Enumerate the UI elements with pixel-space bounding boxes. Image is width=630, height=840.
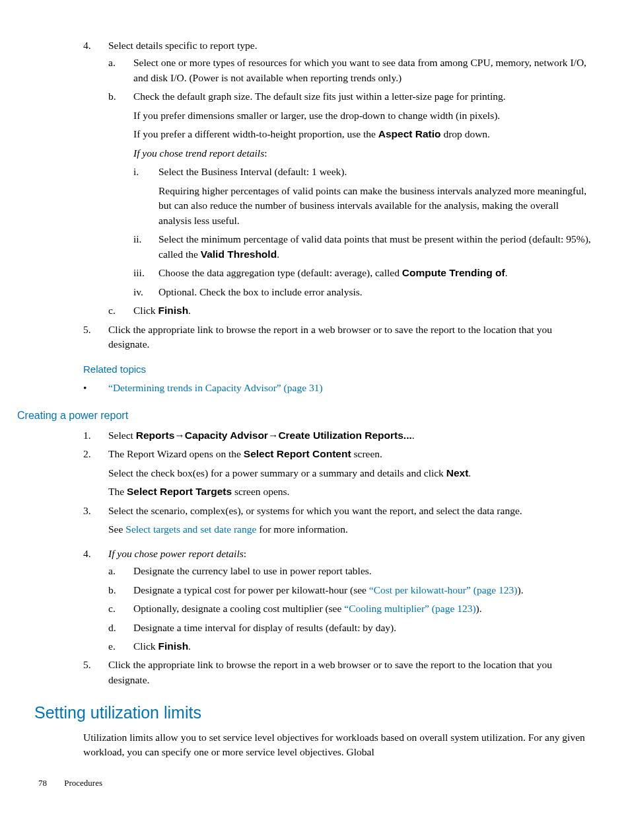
step-4-marker: 4. <box>83 38 91 53</box>
power-4a-marker: a. <box>108 564 116 578</box>
trend-details-list: i. Select the Business Interval (default… <box>133 165 592 299</box>
reports-menu: Reports <box>136 430 175 441</box>
footer-section: Procedures <box>64 778 102 788</box>
power-step-4-marker: 4. <box>83 547 91 561</box>
power-step-1-marker: 1. <box>83 428 91 443</box>
power-4e: e. Click Finish. <box>108 639 592 654</box>
trend-iv-marker: iv. <box>133 285 143 299</box>
trend-ii-marker: ii. <box>133 232 142 247</box>
create-utilization-reports-menu: Create Utilization Reports... <box>278 430 411 441</box>
setting-utilization-limits-heading: Setting utilization limits <box>34 701 592 724</box>
trend-i: i. Select the Business Interval (default… <box>133 165 592 228</box>
power-4b: b. Designate a typical cost for power pe… <box>108 583 592 597</box>
power-step-3: 3. Select the scenario, complex(es), or … <box>83 504 592 537</box>
step-4a-marker: a. <box>108 56 116 70</box>
utilization-limits-body: Utilization limits allow you to set serv… <box>83 730 592 760</box>
step-5-marker: 5. <box>83 323 91 337</box>
cost-per-kwh-link[interactable]: “Cost per kilowatt-hour” (page 123) <box>369 584 518 595</box>
power-step-2-para2: The Select Report Targets screen opens. <box>108 484 592 499</box>
cooling-multiplier-link[interactable]: “Cooling multiplier” (page 123) <box>344 603 475 614</box>
power-step-2-para1: Select the check box(es) for a power sum… <box>108 466 592 480</box>
step-4b-para2: If you prefer a different width-to-heigh… <box>133 127 592 141</box>
select-report-targets-label: Select Report Targets <box>127 486 232 497</box>
power-4c: c. Optionally, designate a cooling cost … <box>108 601 592 616</box>
step-5-text: Click the appropriate link to browse the… <box>108 324 552 350</box>
power-step-3-marker: 3. <box>83 504 91 518</box>
trend-i-text: Select the Business Interval (default: 1… <box>158 166 347 177</box>
aspect-ratio-label: Aspect Ratio <box>378 128 441 139</box>
power-details-list: a. Designate the currency label to use i… <box>108 564 592 654</box>
page-footer: 78 Procedures <box>38 777 592 790</box>
step-4-text: Select details specific to report type. <box>108 40 258 51</box>
finish-label: Finish <box>158 305 188 316</box>
power-step-1: 1. Select Reports→Capacity Advisor→Creat… <box>83 428 592 443</box>
power-step-2-marker: 2. <box>83 447 91 461</box>
valid-threshold-label: Valid Threshold <box>201 248 277 260</box>
power-step-5-marker: 5. <box>83 658 91 672</box>
select-targets-link[interactable]: Select targets and set date range <box>125 523 256 535</box>
related-topic-link[interactable]: “Determining trends in Capacity Advisor”… <box>108 382 323 393</box>
step-4a: a. Select one or more types of resources… <box>108 56 592 85</box>
power-4d-text: Designate a time interval for display of… <box>133 622 396 633</box>
step-4-sublist: a. Select one or more types of resources… <box>108 56 592 318</box>
trend-details-intro: If you chose trend report details: <box>133 146 592 161</box>
step-4b-text: Check the default graph size. The defaul… <box>133 91 506 102</box>
step-list-top: 4. Select details specific to report typ… <box>83 38 592 352</box>
step-5: 5. Click the appropriate link to browse … <box>83 323 592 352</box>
compute-trending-label: Compute Trending of <box>402 267 505 278</box>
power-4d-marker: d. <box>108 621 116 635</box>
power-4a: a. Designate the currency label to use i… <box>108 564 592 578</box>
power-details-intro: If you chose power report details <box>108 548 244 559</box>
power-step-2: 2. The Report Wizard opens on the Select… <box>83 447 592 499</box>
trend-iv-text: Optional. Check the box to include error… <box>158 286 363 297</box>
finish-label-2: Finish <box>158 640 188 652</box>
power-step-3-text: Select the scenario, complex(es), or sys… <box>108 505 522 516</box>
power-step-3-para: See Select targets and set date range fo… <box>108 522 592 537</box>
step-4b: b. Check the default graph size. The def… <box>108 89 592 299</box>
trend-iv: iv. Optional. Check the box to include e… <box>133 285 592 299</box>
power-4b-marker: b. <box>108 583 116 597</box>
power-step-4: 4. If you chose power report details: a.… <box>83 547 592 654</box>
power-4d: d. Designate a time interval for display… <box>108 621 592 635</box>
step-4: 4. Select details specific to report typ… <box>83 38 592 319</box>
trend-i-para: Requiring higher percentages of valid po… <box>158 184 592 228</box>
capacity-advisor-menu: Capacity Advisor <box>185 430 268 441</box>
related-topics-heading: Related topics <box>83 362 592 377</box>
power-step-5: 5. Click the appropriate link to browse … <box>83 658 592 687</box>
next-label: Next <box>446 467 469 478</box>
step-4c-marker: c. <box>108 303 116 318</box>
power-4a-text: Designate the currency label to use in p… <box>133 565 372 576</box>
select-report-content-label: Select Report Content <box>244 448 351 459</box>
trend-ii: ii. Select the minimum percentage of val… <box>133 232 592 262</box>
power-step-5-text: Click the appropriate link to browse the… <box>108 659 552 685</box>
step-4a-text: Select one or more types of resources fo… <box>133 57 586 83</box>
power-step-list: 1. Select Reports→Capacity Advisor→Creat… <box>83 428 592 688</box>
related-topic-item: “Determining trends in Capacity Advisor”… <box>83 381 592 395</box>
step-4b-para1: If you prefer dimensions smaller or larg… <box>133 108 592 123</box>
power-4c-marker: c. <box>108 601 116 616</box>
step-4b-marker: b. <box>108 89 116 104</box>
related-topics-list: “Determining trends in Capacity Advisor”… <box>83 381 592 395</box>
creating-power-report-heading: Creating a power report <box>17 408 592 423</box>
power-4e-marker: e. <box>108 639 116 654</box>
trend-iii: iii. Choose the data aggregation type (d… <box>133 266 592 280</box>
page-number: 78 <box>38 777 62 790</box>
trend-i-marker: i. <box>133 165 139 179</box>
trend-iii-marker: iii. <box>133 266 145 280</box>
step-4c: c. Click Finish. <box>108 303 592 318</box>
